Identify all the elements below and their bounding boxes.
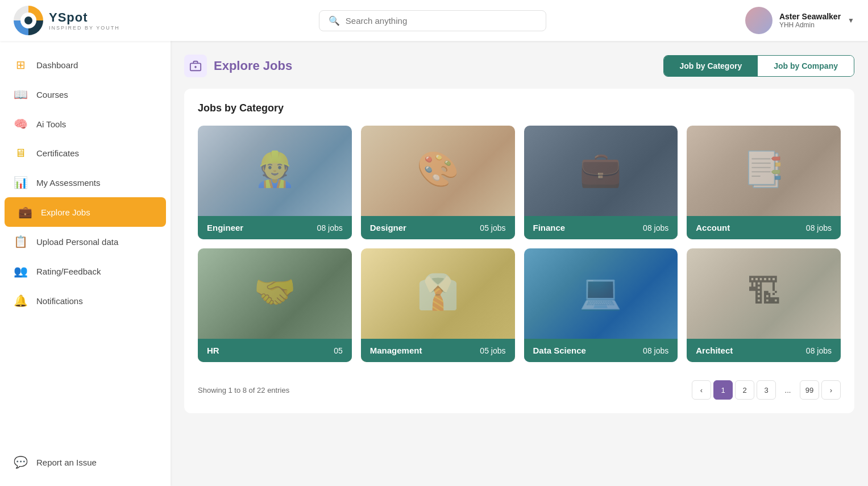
logo: YSpot INSPIRED BY YOUTH	[14, 6, 120, 35]
sidebar: ⊞ Dashboard 📖 Courses 🧠 Ai Tools 🖥 Certi…	[0, 41, 171, 486]
jobs-panel: Jobs by Category 👷 Engineer 08 jobs 🎨	[184, 89, 854, 413]
report-issue-icon: 💬	[14, 455, 27, 469]
tab-by-company[interactable]: Job by Company	[758, 56, 854, 76]
sidebar-item-ai-tools[interactable]: 🧠 Ai Tools	[0, 109, 171, 139]
search-icon: 🔍	[329, 15, 340, 26]
ai-tools-icon: 🧠	[14, 117, 27, 131]
app-header: YSpot INSPIRED BY YOUTH 🔍 Aster Seawalke…	[0, 0, 868, 41]
page-header: Explore Jobs Job by Category Job by Comp…	[184, 55, 854, 77]
job-name-data-science: Data Science	[533, 346, 586, 355]
pagination: Showing 1 to 8 of 22 entries ‹ 1 2 3 ...…	[198, 376, 841, 400]
job-name-finance: Finance	[533, 223, 566, 232]
job-name-hr: HR	[207, 346, 219, 355]
person-silhouette-finance: 💼	[524, 126, 678, 212]
job-card-designer[interactable]: 🎨 Designer 05 jobs	[361, 126, 515, 239]
search-input[interactable]	[346, 16, 537, 26]
pagination-page-2[interactable]: 2	[735, 380, 754, 400]
person-silhouette-hr: 🤝	[198, 248, 352, 335]
user-dropdown-arrow[interactable]: ▼	[848, 16, 854, 24]
sidebar-label-report-issue: Report an Issue	[36, 458, 97, 467]
main-layout: ⊞ Dashboard 📖 Courses 🧠 Ai Tools 🖥 Certi…	[0, 41, 868, 486]
job-count-account: 08 jobs	[806, 223, 832, 232]
search-bar[interactable]: 🔍	[319, 10, 546, 31]
certificates-icon: 🖥	[14, 147, 27, 160]
sidebar-label-courses: Courses	[36, 90, 68, 99]
job-card-overlay-designer: Designer 05 jobs	[361, 216, 515, 239]
upload-personal-icon: 📋	[14, 235, 27, 248]
job-card-account[interactable]: 📑 Account 08 jobs	[687, 126, 841, 239]
sidebar-label-explore-jobs: Explore Jobs	[41, 207, 90, 217]
jobs-grid: 👷 Engineer 08 jobs 🎨 Designer 05 jobs	[198, 126, 841, 362]
pagination-prev[interactable]: ‹	[692, 380, 711, 400]
person-silhouette-account: 📑	[687, 126, 841, 212]
avatar	[745, 7, 773, 34]
jobs-section-title: Jobs by Category	[198, 102, 841, 114]
job-card-overlay-management: Management 05 jobs	[361, 339, 515, 362]
job-card-overlay-architect: Architect 08 jobs	[687, 339, 841, 362]
sidebar-label-my-assessments: My Assessments	[36, 178, 101, 188]
user-info: Aster Seawalker YHH Admin	[779, 12, 841, 29]
page-title-area: Explore Jobs	[184, 55, 292, 77]
avatar-image	[745, 7, 773, 34]
job-count-architect: 08 jobs	[806, 346, 832, 355]
job-card-finance[interactable]: 💼 Finance 08 jobs	[524, 126, 678, 239]
job-card-overlay-data-science: Data Science 08 jobs	[524, 339, 678, 362]
job-count-finance: 08 jobs	[643, 223, 668, 232]
sidebar-item-courses[interactable]: 📖 Courses	[0, 80, 171, 109]
job-card-overlay-account: Account 08 jobs	[687, 216, 841, 239]
pagination-page-99[interactable]: 99	[800, 380, 819, 400]
pagination-controls: ‹ 1 2 3 ... 99 ›	[692, 380, 841, 400]
job-card-architect[interactable]: 🏗 Architect 08 jobs	[687, 248, 841, 362]
person-silhouette-designer: 🎨	[361, 126, 515, 212]
tab-buttons: Job by Category Job by Company	[663, 55, 855, 77]
tab-by-category[interactable]: Job by Category	[664, 56, 758, 76]
pagination-page-3[interactable]: 3	[757, 380, 776, 400]
sidebar-item-my-assessments[interactable]: 📊 My Assessments	[0, 168, 171, 197]
sidebar-item-upload-personal[interactable]: 📋 Upload Personal data	[0, 227, 171, 256]
user-name: Aster Seawalker	[779, 12, 841, 21]
person-silhouette-data-science: 💻	[524, 248, 678, 335]
person-silhouette-management: 👔	[361, 248, 515, 335]
pagination-next[interactable]: ›	[821, 380, 841, 400]
main-content: Explore Jobs Job by Category Job by Comp…	[171, 41, 868, 486]
person-silhouette-engineer: 👷	[198, 126, 352, 212]
job-card-hr[interactable]: 🤝 HR 05	[198, 248, 352, 362]
explore-jobs-icon: 💼	[18, 205, 32, 219]
notifications-icon: 🔔	[14, 294, 27, 308]
job-name-engineer: Engineer	[207, 223, 243, 232]
job-card-management[interactable]: 👔 Management 05 jobs	[361, 248, 515, 362]
pagination-info: Showing 1 to 8 of 22 entries	[198, 386, 289, 394]
job-card-overlay-finance: Finance 08 jobs	[524, 216, 678, 239]
job-name-designer: Designer	[370, 223, 406, 232]
courses-icon: 📖	[14, 88, 27, 101]
logo-icon	[14, 6, 43, 35]
sidebar-item-rating-feedback[interactable]: 👥 Rating/Feedback	[0, 256, 171, 286]
pagination-page-1[interactable]: 1	[713, 380, 733, 400]
job-card-data-science[interactable]: 💻 Data Science 08 jobs	[524, 248, 678, 362]
page-icon	[184, 55, 207, 77]
sidebar-item-notifications[interactable]: 🔔 Notifications	[0, 286, 171, 315]
job-card-overlay-engineer: Engineer 08 jobs	[198, 216, 352, 239]
sidebar-label-upload-personal: Upload Personal data	[36, 237, 118, 247]
page-title: Explore Jobs	[214, 59, 292, 73]
job-name-management: Management	[370, 346, 422, 355]
sidebar-item-certificates[interactable]: 🖥 Certificates	[0, 139, 171, 168]
sidebar-label-notifications: Notifications	[36, 296, 83, 306]
job-count-management: 05 jobs	[480, 346, 505, 355]
my-assessments-icon: 📊	[14, 176, 27, 189]
job-name-architect: Architect	[696, 346, 733, 355]
person-silhouette-architect: 🏗	[687, 248, 841, 335]
job-card-engineer[interactable]: 👷 Engineer 08 jobs	[198, 126, 352, 239]
app-tagline: INSPIRED BY YOUTH	[49, 25, 120, 31]
sidebar-label-certificates: Certificates	[36, 148, 79, 158]
user-area: Aster Seawalker YHH Admin ▼	[745, 7, 854, 34]
job-count-data-science: 08 jobs	[643, 346, 668, 355]
sidebar-item-explore-jobs[interactable]: 💼 Explore Jobs	[5, 197, 166, 227]
job-count-hr: 05	[334, 346, 343, 355]
sidebar-label-rating-feedback: Rating/Feedback	[36, 267, 101, 276]
logo-text: YSpot INSPIRED BY YOUTH	[49, 10, 120, 31]
job-name-account: Account	[696, 223, 730, 232]
sidebar-item-report-issue[interactable]: 💬 Report an Issue	[0, 447, 171, 477]
sidebar-item-dashboard[interactable]: ⊞ Dashboard	[0, 50, 171, 80]
job-card-overlay-hr: HR 05	[198, 339, 352, 362]
